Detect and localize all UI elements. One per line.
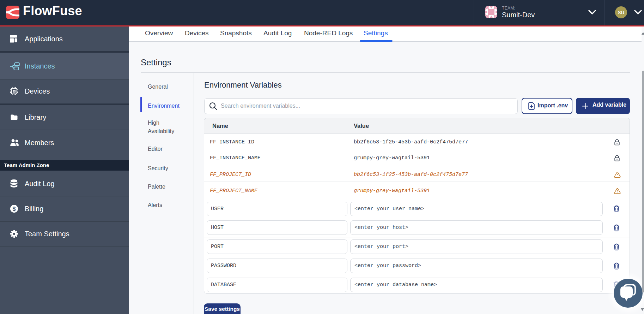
- svg-text:$: $: [13, 206, 16, 212]
